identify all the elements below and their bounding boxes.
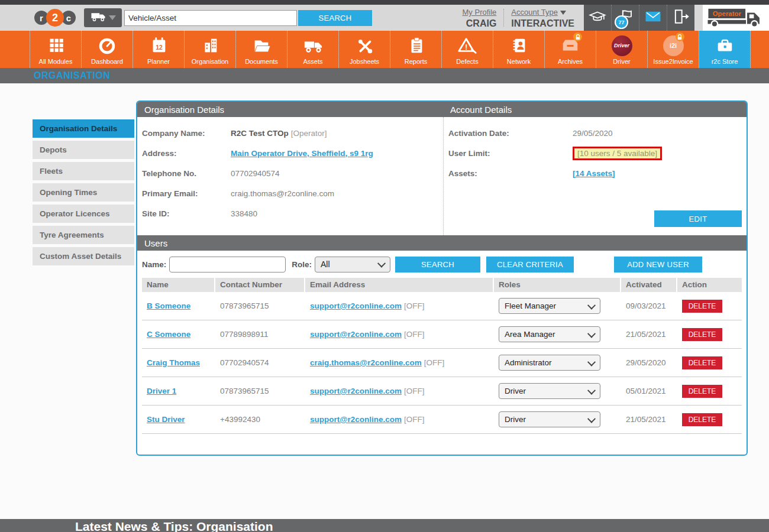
sidebar-item-opening-times[interactable]: Opening Times: [33, 183, 134, 202]
user-limit-label: User Limit:: [448, 149, 573, 158]
delete-button[interactable]: DELETE: [682, 356, 722, 369]
nav-item-planner[interactable]: 12 Planner: [133, 31, 185, 68]
activation-date-value: 29/05/2020: [573, 129, 613, 138]
users-search-button[interactable]: SEARCH: [395, 257, 480, 273]
lock-icon: [676, 33, 684, 41]
clipboard-icon: [405, 34, 426, 57]
chevron-down-icon: [587, 386, 596, 394]
calendar-icon: 12: [148, 34, 169, 57]
delete-button[interactable]: DELETE: [682, 413, 722, 426]
nav-item-organisation[interactable]: Organisation: [185, 31, 236, 68]
logout-button[interactable]: [667, 5, 694, 31]
company-type-suffix: [Operator]: [291, 129, 327, 138]
dashboard-gauge-icon: [96, 34, 118, 57]
user-email-link[interactable]: craig.thomas@r2conline.com: [310, 358, 422, 367]
notifications-button[interactable]: 77: [612, 5, 639, 31]
account-details: Activation Date: 29/05/2020 User Limit: …: [443, 117, 747, 235]
col-email: Email Address: [305, 278, 493, 292]
r2c-logo[interactable]: r 2 c: [34, 9, 76, 27]
user-name-link[interactable]: Craig Thomas: [147, 358, 200, 367]
user-contact: +43992430: [215, 415, 304, 424]
role-select[interactable]: Fleet Manager: [499, 298, 600, 314]
training-button[interactable]: [584, 5, 612, 31]
nav-item-issue2invoice[interactable]: i2i Issue2Invoice: [648, 31, 699, 68]
delete-button[interactable]: DELETE: [682, 300, 722, 313]
nav-item-jobsheets[interactable]: Jobsheets: [339, 31, 390, 68]
address-link[interactable]: Main Operator Drive, Sheffield, s9 1rg: [231, 149, 373, 158]
nav-item-all-modules[interactable]: All Modules: [30, 31, 82, 68]
company-name-value: R2C Test CTOp: [231, 129, 289, 138]
role-select[interactable]: Driver: [499, 411, 600, 427]
news-bar-title: Latest News & Tips: Organisation: [75, 520, 273, 532]
chevron-down-icon: [587, 301, 596, 309]
user-contact: 07702940574: [215, 358, 304, 367]
edit-button[interactable]: EDIT: [654, 210, 742, 227]
issue2invoice-icon: i2i: [663, 34, 684, 57]
add-new-user-button[interactable]: ADD NEW USER: [614, 257, 702, 273]
company-name-label: Company Name:: [142, 129, 231, 138]
user-email-link[interactable]: support@r2conline.com: [310, 387, 402, 395]
clear-criteria-button[interactable]: CLEAR CRITERIA: [486, 257, 574, 273]
logo-letter-2: 2: [46, 9, 64, 27]
account-details-title: Account Details: [443, 105, 747, 115]
nav-item-network[interactable]: Network: [493, 31, 545, 68]
delete-button[interactable]: DELETE: [682, 385, 722, 398]
nav-item-dashboard[interactable]: Dashboard: [82, 31, 133, 68]
user-activated: 21/05/2021: [621, 415, 676, 424]
user-name-link[interactable]: C Someone: [147, 330, 190, 339]
chevron-down-icon: [587, 414, 596, 423]
nav-item-assets[interactable]: Assets: [287, 31, 339, 68]
my-profile-link[interactable]: My Profile: [463, 8, 497, 17]
driver-icon: Driver: [612, 34, 632, 57]
user-name-link[interactable]: B Someone: [147, 301, 190, 310]
table-row: Craig Thomas 07702940574 craig.thomas@r2…: [142, 349, 742, 377]
col-action: Action: [677, 278, 742, 292]
sidebar-item-operator-licences[interactable]: Operator Licences: [33, 205, 134, 223]
assets-link[interactable]: [14 Assets]: [573, 169, 615, 178]
user-email-link[interactable]: support@r2conline.com: [310, 330, 402, 339]
caret-down-icon: [560, 11, 566, 15]
chevron-down-icon: [587, 358, 596, 366]
user-activated: 05/01/2021: [621, 387, 676, 395]
messages-button[interactable]: [639, 5, 667, 31]
details-header-bar: Organisation Details Account Details: [137, 102, 747, 117]
nav-item-driver[interactable]: Driver Driver: [596, 31, 648, 68]
user-name-link[interactable]: Driver 1: [147, 387, 176, 395]
role-filter-select[interactable]: All: [315, 257, 390, 273]
off-tag: [OFF]: [404, 415, 425, 424]
users-table: Name Contact Number Email Address Roles …: [137, 278, 747, 434]
sidebar-item-fleets[interactable]: Fleets: [33, 162, 134, 180]
nav-item-r2c-store[interactable]: r2c Store: [699, 31, 751, 68]
table-row: C Someone 07789898911 support@r2conline.…: [142, 320, 742, 349]
nav-item-defects[interactable]: ! Defects: [442, 31, 493, 68]
chevron-down-icon: [377, 259, 386, 268]
account-type-link[interactable]: Account Type: [511, 8, 558, 17]
sidebar-item-tyre-agreements[interactable]: Tyre Agreements: [33, 226, 134, 244]
top-bar: r 2 c SEARCH My Profile CRAIG Account Ty…: [0, 5, 769, 31]
sidebar-item-organisation-details[interactable]: Organisation Details: [33, 119, 134, 138]
role-select[interactable]: Administrator: [499, 355, 600, 371]
sidebar-item-custom-asset-details[interactable]: Custom Asset Details: [33, 247, 134, 265]
nav-item-reports[interactable]: Reports: [390, 31, 442, 68]
news-bar: Latest News & Tips: Organisation: [0, 519, 769, 532]
divider: [503, 9, 504, 27]
nav-item-archives[interactable]: Archives: [545, 31, 596, 68]
delete-button[interactable]: DELETE: [682, 328, 722, 341]
role-select[interactable]: Area Manager: [499, 326, 600, 342]
user-name-link[interactable]: Stu Driver: [147, 415, 185, 424]
nav-item-documents[interactable]: Documents: [236, 31, 287, 68]
user-email-link[interactable]: support@r2conline.com: [310, 301, 402, 310]
user-email-link[interactable]: support@r2conline.com: [310, 415, 402, 424]
vehicle-asset-search-input[interactable]: [124, 10, 297, 26]
top-search-button[interactable]: SEARCH: [298, 10, 372, 26]
sidebar-item-depots[interactable]: Depots: [33, 141, 134, 159]
user-contact: 07873965715: [215, 387, 304, 395]
col-roles: Roles: [494, 278, 620, 292]
asset-type-dropdown[interactable]: [84, 8, 122, 27]
breadcrumb-bar: ORGANISATION: [0, 68, 769, 83]
module-nav: All Modules Dashboard 12 Planner Organis…: [0, 31, 769, 68]
name-filter-input[interactable]: [169, 257, 286, 273]
primary-email-value: craig.thomas@r2conline.com: [231, 189, 334, 198]
role-select[interactable]: Driver: [499, 383, 600, 399]
operator-truck-badge[interactable]: Operator: [703, 5, 769, 31]
